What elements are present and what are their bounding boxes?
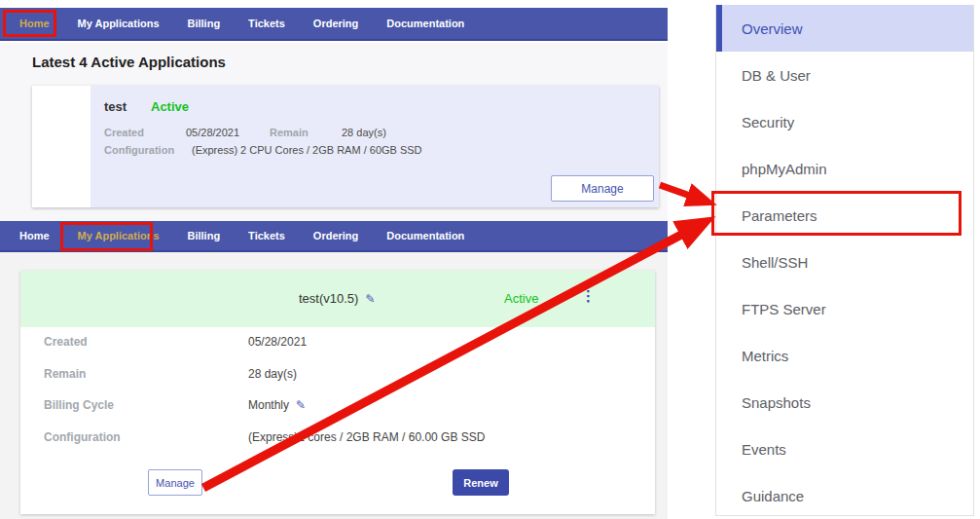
app-icon-placeholder xyxy=(32,86,91,207)
app-title: test(v10.5)✎ xyxy=(299,291,375,306)
configuration-label: Configuration xyxy=(104,144,174,156)
nav-bottom-tickets[interactable]: Tickets xyxy=(248,230,285,241)
edit-title-icon[interactable]: ✎ xyxy=(365,292,375,306)
sidebar-item-shell-ssh[interactable]: Shell/SSH xyxy=(716,239,973,285)
billing-cycle-label: Billing Cycle xyxy=(44,398,114,412)
app-title-text: test(v10.5) xyxy=(299,291,358,306)
nav-top-my-applications[interactable]: My Applications xyxy=(78,18,160,29)
nav-bottom-billing[interactable]: Billing xyxy=(188,230,221,241)
status-badge: Active xyxy=(504,291,538,306)
nav-bottom-my-applications[interactable]: My Applications xyxy=(78,230,160,241)
sidebar-item-snapshots[interactable]: Snapshots xyxy=(716,379,973,426)
status-badge: Active xyxy=(151,99,189,114)
sidebar-item-phpmyadmin[interactable]: phpMyAdmin xyxy=(716,145,973,192)
remain-value: 28 day(s) xyxy=(342,127,386,138)
nav-top-ordering[interactable]: Ordering xyxy=(313,18,358,29)
remain-label: Remain xyxy=(44,367,86,381)
sidebar-item-ftps-server[interactable]: FTPS Server xyxy=(716,285,973,332)
nav-bottom-ordering[interactable]: Ordering xyxy=(313,230,358,241)
sidebar-item-events[interactable]: Events xyxy=(716,426,973,472)
kebab-menu-icon[interactable]: ⋮ xyxy=(581,287,596,305)
billing-cycle-value: Monthly✎ xyxy=(248,398,306,412)
application-sidebar-menu: Overview DB & User Security phpMyAdmin P… xyxy=(715,5,974,516)
application-card-summary: test Active Created 05/28/2021 Remain 28… xyxy=(32,86,659,207)
created-value: 05/28/2021 xyxy=(248,335,307,349)
nav-bottom-home[interactable]: Home xyxy=(19,230,50,241)
nav-top-home[interactable]: Home xyxy=(19,18,50,29)
configuration-value: (Express) 2 CPU Cores / 2GB RAM / 60GB S… xyxy=(192,144,422,156)
app-name: test xyxy=(104,99,127,114)
remain-value: 28 day(s) xyxy=(248,367,297,381)
nav-top-billing[interactable]: Billing xyxy=(188,18,221,29)
sidebar-item-parameters[interactable]: Parameters xyxy=(716,192,973,239)
created-label: Created xyxy=(104,127,144,138)
manage-button[interactable]: Manage xyxy=(551,175,654,202)
sidebar-item-guidance[interactable]: Guidance xyxy=(716,472,973,519)
created-label: Created xyxy=(44,335,88,349)
top-navbar: Home My Applications Billing Tickets Ord… xyxy=(0,8,668,41)
sidebar-item-security[interactable]: Security xyxy=(716,98,973,145)
sidebar-item-overview[interactable]: Overview xyxy=(716,5,973,52)
nav-bottom-documentation[interactable]: Documentation xyxy=(386,230,464,241)
configuration-label: Configuration xyxy=(44,430,121,444)
nav-top-documentation[interactable]: Documentation xyxy=(386,18,464,29)
renew-button[interactable]: Renew xyxy=(453,469,509,496)
page-title: Latest 4 Active Applications xyxy=(32,54,226,70)
billing-cycle-text: Monthly xyxy=(248,398,289,412)
sidebar-item-db-user[interactable]: DB & User xyxy=(716,52,973,98)
nav-top-tickets[interactable]: Tickets xyxy=(248,18,285,29)
configuration-value: (Express)2 cores / 2GB RAM / 60.00 GB SS… xyxy=(248,430,485,444)
manage-button[interactable]: Manage xyxy=(148,469,202,496)
remain-label: Remain xyxy=(270,127,309,138)
application-card-detail: test(v10.5)✎ Active ⋮ Created 05/28/2021… xyxy=(20,271,655,514)
edit-billing-cycle-icon[interactable]: ✎ xyxy=(296,398,306,412)
created-value: 05/28/2021 xyxy=(186,127,239,138)
sidebar-item-metrics[interactable]: Metrics xyxy=(716,332,973,379)
bottom-navbar: Home My Applications Billing Tickets Ord… xyxy=(0,221,668,252)
